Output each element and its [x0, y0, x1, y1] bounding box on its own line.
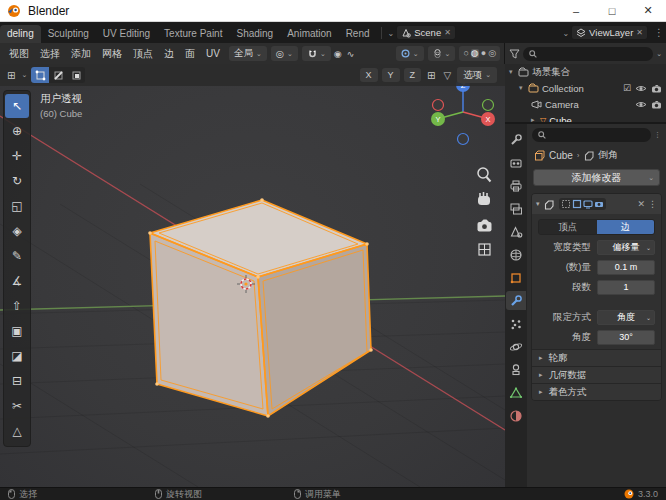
hide-viewport-eye-icon[interactable]	[635, 84, 647, 93]
tab-object[interactable]	[506, 268, 526, 287]
workspace-tab-uv-editing[interactable]: UV Editing	[96, 25, 157, 43]
minimize-button[interactable]: –	[558, 0, 594, 21]
edit-mode-display-icon[interactable]	[572, 199, 582, 209]
tool-transform[interactable]: ◈	[5, 219, 29, 243]
render-display-icon[interactable]	[594, 199, 604, 209]
segments-number-field[interactable]: 1	[597, 280, 655, 295]
menu-vertex[interactable]: 顶点	[128, 45, 158, 63]
affect-edges-tab[interactable]: 边	[597, 220, 655, 234]
outliner-row-scene-collection[interactable]: ▾ 场景集合	[505, 64, 666, 80]
tab-constraints[interactable]	[506, 360, 526, 379]
properties-options-icon[interactable]: ⋮	[654, 131, 661, 139]
transform-orientation-dropdown[interactable]: 全局 ⌄	[229, 46, 267, 61]
section-profile[interactable]: ▸ 轮廓	[532, 349, 661, 366]
properties-search-input[interactable]	[549, 130, 645, 140]
tool-knife[interactable]: ✂	[5, 394, 29, 418]
scene-browse-icon[interactable]: ⌄	[386, 29, 397, 38]
tab-render[interactable]	[506, 153, 526, 172]
viewlayer-selector[interactable]: ViewLayer ✕	[571, 25, 648, 40]
section-shading[interactable]: ▸ 着色方式	[532, 383, 661, 400]
tool-loop-cut[interactable]: ⊟	[5, 369, 29, 393]
workspace-tab-shading[interactable]: Shading	[229, 25, 280, 43]
section-geometry[interactable]: ▸ 几何数据	[532, 366, 661, 383]
tab-object-data[interactable]	[506, 383, 526, 402]
mirror-x-toggle[interactable]: X	[360, 68, 378, 82]
tool-extrude-region[interactable]: ⇧	[5, 294, 29, 318]
exclude-checkbox-icon[interactable]: ☑	[623, 83, 631, 93]
width-type-dropdown[interactable]: 偏移量 ⌄	[597, 240, 655, 255]
proportional-falloff-icon[interactable]: ∿	[345, 49, 357, 59]
select-mode-face[interactable]	[67, 67, 85, 83]
tool-move[interactable]: ✛	[5, 144, 29, 168]
tool-annotate[interactable]: ✎	[5, 244, 29, 268]
tool-cursor[interactable]: ⊕	[5, 119, 29, 143]
breadcrumb-object[interactable]: Cube	[549, 150, 573, 161]
outliner-row-camera[interactable]: Camera	[505, 96, 666, 112]
gizmos-toggle[interactable]: ⌄	[396, 46, 424, 61]
overlays-toggle[interactable]: ⌄	[428, 46, 456, 61]
workspace-tab-rendering[interactable]: Rend	[339, 25, 377, 43]
mirror-z-toggle[interactable]: Z	[404, 68, 422, 82]
outliner-search-box[interactable]	[523, 47, 653, 61]
editor-type-icon[interactable]: ⊞	[5, 70, 17, 81]
shading-material-icon[interactable]: ●	[481, 49, 486, 58]
tool-measure[interactable]: ∡	[5, 269, 29, 293]
workspace-tab-animation[interactable]: Animation	[280, 25, 338, 43]
menu-face[interactable]: 面	[180, 45, 200, 63]
tool-scale[interactable]: ◱	[5, 194, 29, 218]
disclosure-icon[interactable]: ▾	[519, 84, 528, 92]
workspace-tab-sculpting[interactable]: Sculpting	[41, 25, 96, 43]
tool-poly-build[interactable]: △	[5, 419, 29, 443]
expand-icon[interactable]: ▾	[536, 200, 540, 208]
workspace-tab-modeling[interactable]: deling	[0, 25, 41, 43]
outliner-row-cube[interactable]: ▸ ▽ Cube	[505, 112, 666, 122]
proportional-editing-icon[interactable]: ◉	[332, 49, 344, 59]
menu-mesh[interactable]: 网格	[97, 45, 127, 63]
modifier-extras-icon[interactable]: ⋮	[648, 199, 657, 209]
options-dropdown[interactable]: 选项 ⌄	[457, 67, 497, 83]
tool-select-box[interactable]: ↖	[5, 94, 29, 118]
outliner-search-input[interactable]	[540, 49, 647, 59]
limit-method-dropdown[interactable]: 角度 ⌄	[597, 310, 655, 325]
viewport-3d[interactable]: ⊞ ⌄	[0, 64, 505, 487]
tab-scene[interactable]	[506, 222, 526, 241]
affect-vertices-tab[interactable]: 顶点	[539, 220, 597, 234]
scene-selector[interactable]: Scene ✕	[396, 25, 456, 40]
viewlayer-browse-icon[interactable]: ⌄	[560, 29, 571, 38]
menu-view[interactable]: 视图	[4, 45, 34, 63]
pivot-point-dropdown[interactable]: ◎ ⌄	[271, 46, 298, 61]
shading-solid-icon[interactable]: ◍	[471, 49, 479, 58]
menu-edge[interactable]: 边	[159, 45, 179, 63]
mirror-y-toggle[interactable]: Y	[382, 68, 400, 82]
scene-unlink-icon[interactable]: ✕	[444, 28, 451, 37]
menu-select[interactable]: 选择	[35, 45, 65, 63]
tab-tool[interactable]	[506, 130, 526, 149]
disable-render-camera-icon[interactable]	[651, 100, 662, 109]
workspace-tab-texture-paint[interactable]: Texture Paint	[157, 25, 229, 43]
maximize-button[interactable]: □	[594, 0, 630, 21]
hide-viewport-eye-icon[interactable]	[635, 100, 647, 109]
menu-add[interactable]: 添加	[66, 45, 96, 63]
tool-inset-faces[interactable]: ▣	[5, 319, 29, 343]
breadcrumb-modifier[interactable]: 倒角	[598, 148, 618, 162]
filter-funnel-icon[interactable]	[509, 49, 520, 59]
realtime-display-icon[interactable]	[583, 199, 593, 209]
on-cage-icon[interactable]	[561, 199, 571, 209]
snap-dropdown[interactable]: ⌄	[302, 46, 331, 61]
properties-search-box[interactable]	[532, 128, 651, 142]
select-mode-vertex[interactable]	[31, 67, 49, 83]
disclosure-icon[interactable]: ▾	[509, 68, 518, 76]
tab-physics[interactable]	[506, 337, 526, 356]
menu-uv[interactable]: UV	[201, 46, 225, 61]
shading-rendered-icon[interactable]: ◎	[488, 49, 496, 58]
viewlayer-remove-icon[interactable]: ✕	[636, 28, 643, 37]
tab-particles[interactable]	[506, 314, 526, 333]
mesh-filter-icon[interactable]: ▽	[441, 70, 453, 81]
tab-material[interactable]	[506, 406, 526, 425]
shading-wireframe-icon[interactable]: ○	[463, 49, 468, 58]
select-mode-edge[interactable]	[49, 67, 67, 83]
tool-bevel[interactable]: ◪	[5, 344, 29, 368]
tab-output[interactable]	[506, 176, 526, 195]
snap-grid-icon[interactable]: ⊞	[425, 70, 437, 81]
outliner-row-collection[interactable]: ▾ Collection ☑	[505, 80, 666, 96]
